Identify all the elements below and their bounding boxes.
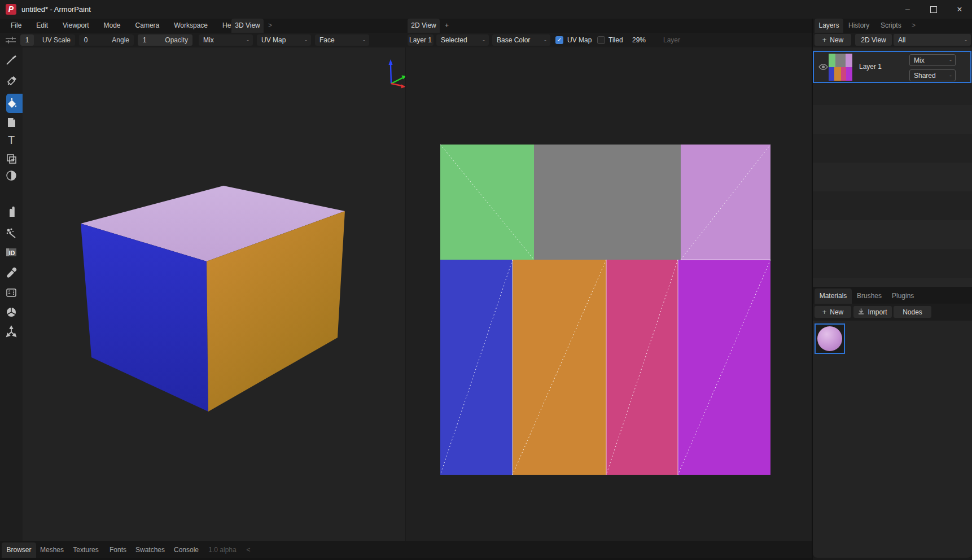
- layer-name[interactable]: Layer 1: [859, 52, 882, 82]
- tab-materials[interactable]: Materials: [815, 288, 852, 304]
- maximize-button[interactable]: [922, 0, 945, 19]
- nodes-button[interactable]: Nodes: [894, 306, 931, 318]
- menu-workspace[interactable]: Workspace: [167, 19, 215, 33]
- dropdown-indicator-icon: -: [305, 36, 311, 44]
- tab-history[interactable]: History: [848, 19, 869, 33]
- blend-mode-dropdown[interactable]: Mix -: [199, 34, 253, 46]
- tab-scripts[interactable]: Scripts: [881, 19, 901, 33]
- uv-scale-value[interactable]: 1: [20, 34, 34, 46]
- plus-icon: +: [822, 36, 827, 44]
- menu-viewport[interactable]: Viewport: [55, 19, 96, 33]
- layer-object-value: Shared: [910, 72, 949, 80]
- material-thumbnail-selected[interactable]: [815, 323, 845, 354]
- uv-map-checkbox-label: UV Map: [567, 33, 592, 47]
- tab-brushes[interactable]: Brushes: [857, 288, 882, 304]
- status-tab-bar: Browser Meshes Textures Fonts Swatches C…: [0, 541, 813, 560]
- gizmo-tool-icon[interactable]: [5, 325, 18, 338]
- import-material-label: Import: [868, 308, 887, 316]
- channel-dropdown[interactable]: Base Color -: [492, 34, 550, 46]
- viewport-2d[interactable]: [405, 47, 813, 541]
- picker-tool-icon[interactable]: [5, 265, 18, 279]
- angle-label: Angle: [93, 36, 134, 44]
- layer-object-dropdown[interactable]: Shared -: [909, 69, 956, 81]
- import-material-button[interactable]: Import: [853, 306, 892, 318]
- menu-edit[interactable]: Edit: [29, 19, 55, 33]
- tiled-checkbox[interactable]: [597, 36, 605, 44]
- plus-icon: +: [822, 308, 827, 316]
- selection-filter-dropdown[interactable]: Selected -: [436, 34, 489, 46]
- layer-thumbnail[interactable]: [829, 54, 852, 81]
- uv-map-type-dropdown[interactable]: UV Map -: [257, 34, 311, 46]
- bake-tool-icon[interactable]: [5, 286, 18, 299]
- angle-value[interactable]: 0: [79, 36, 93, 44]
- axis-gizmo-icon: [388, 59, 405, 89]
- brush-settings-icon[interactable]: [5, 36, 17, 46]
- uv-texture-canvas[interactable]: [440, 145, 770, 475]
- layers-toolbar: + New 2D View All -: [813, 33, 972, 47]
- colorid-tool-icon[interactable]: ID: [5, 246, 18, 259]
- blend-mode-value: Mix: [199, 36, 247, 44]
- selection-filter-value: Selected: [436, 36, 483, 44]
- version-label: 1.0 alpha: [207, 542, 238, 558]
- tab-2d-view[interactable]: 2D View: [408, 19, 440, 33]
- smudge-tool-icon[interactable]: [5, 205, 18, 218]
- import-icon: [858, 308, 864, 316]
- angle-input[interactable]: 0 Angle: [79, 34, 134, 46]
- opacity-input[interactable]: 1 Opacity: [138, 34, 192, 46]
- show-2d-view-button[interactable]: 2D View: [855, 34, 892, 46]
- uv-scale-input[interactable]: 1 UV Scale: [20, 34, 75, 46]
- layers-tab-strip: Layers History Scripts >: [813, 19, 972, 33]
- close-button[interactable]: ×: [948, 0, 971, 19]
- collapse-arrow[interactable]: <: [244, 542, 253, 558]
- decal-tool-icon[interactable]: [5, 116, 18, 129]
- panel-tab-overflow-arrow[interactable]: >: [912, 19, 916, 33]
- add-tab-button[interactable]: +: [443, 19, 451, 33]
- tab-browser[interactable]: Browser: [2, 542, 36, 558]
- tab-plugins[interactable]: Plugins: [892, 288, 914, 304]
- new-material-button[interactable]: + New: [815, 306, 851, 318]
- uv-map-checkbox[interactable]: ✓: [555, 36, 563, 44]
- new-layer-label: New: [830, 36, 843, 44]
- tab-layers[interactable]: Layers: [815, 19, 843, 33]
- menu-mode[interactable]: Mode: [97, 19, 128, 33]
- tab-overflow-arrow[interactable]: >: [268, 19, 272, 33]
- layer-filter-dropdown[interactable]: All -: [894, 34, 971, 46]
- tool-options-bar: 1 UV Scale 0 Angle 1 Opacity Mix - UV Ma…: [0, 33, 813, 48]
- layer-blend-dropdown[interactable]: Mix -: [909, 54, 956, 66]
- tab-meshes[interactable]: Meshes: [38, 542, 66, 558]
- tab-swatches[interactable]: Swatches: [133, 542, 167, 558]
- tab-textures[interactable]: Textures: [70, 542, 102, 558]
- tab-fonts[interactable]: Fonts: [106, 542, 130, 558]
- fill-mode-dropdown[interactable]: Face -: [315, 34, 369, 46]
- minimize-button[interactable]: –: [896, 0, 919, 19]
- title-bar: P untitled* - ArmorPaint – ×: [0, 0, 972, 19]
- text-tool-icon[interactable]: T: [5, 133, 18, 147]
- layer-row-selected[interactable]: Layer 1 Mix - Shared -: [813, 51, 971, 83]
- window-title: untitled* - ArmorPaint: [21, 0, 91, 19]
- layer-hint-label: Layer: [663, 33, 680, 47]
- zoom-level: 29%: [632, 33, 646, 47]
- opacity-value[interactable]: 1: [138, 36, 151, 44]
- viewport-3d[interactable]: [23, 47, 405, 541]
- brush-tool-icon[interactable]: [5, 53, 18, 67]
- armorpaint-logo-icon: P: [6, 4, 16, 15]
- materials-toolbar: + New Import Nodes: [813, 304, 972, 321]
- menu-file[interactable]: File: [3, 19, 29, 33]
- particle-tool-icon[interactable]: [5, 226, 18, 239]
- material-tool-icon[interactable]: [5, 305, 18, 319]
- menu-camera[interactable]: Camera: [128, 19, 167, 33]
- fill-tool-icon[interactable]: [5, 97, 18, 110]
- uv-seam-lines: [440, 145, 770, 475]
- show-2d-view-label: 2D View: [861, 36, 886, 44]
- tab-console[interactable]: Console: [171, 542, 202, 558]
- menu-bar: File Edit Viewport Mode Camera Workspace…: [3, 19, 244, 33]
- layer-visibility-eye-icon[interactable]: [818, 63, 828, 72]
- right-side-panel: Layers History Scripts > + New 2D View A…: [813, 19, 972, 558]
- dropdown-indicator-icon: -: [483, 36, 489, 44]
- blur-tool-icon[interactable]: [5, 169, 18, 182]
- tab-3d-view[interactable]: 3D View: [231, 19, 264, 33]
- clone-tool-icon[interactable]: [5, 152, 18, 165]
- eraser-tool-icon[interactable]: [5, 73, 18, 86]
- new-layer-button[interactable]: + New: [815, 34, 851, 46]
- svg-text:T: T: [8, 134, 15, 146]
